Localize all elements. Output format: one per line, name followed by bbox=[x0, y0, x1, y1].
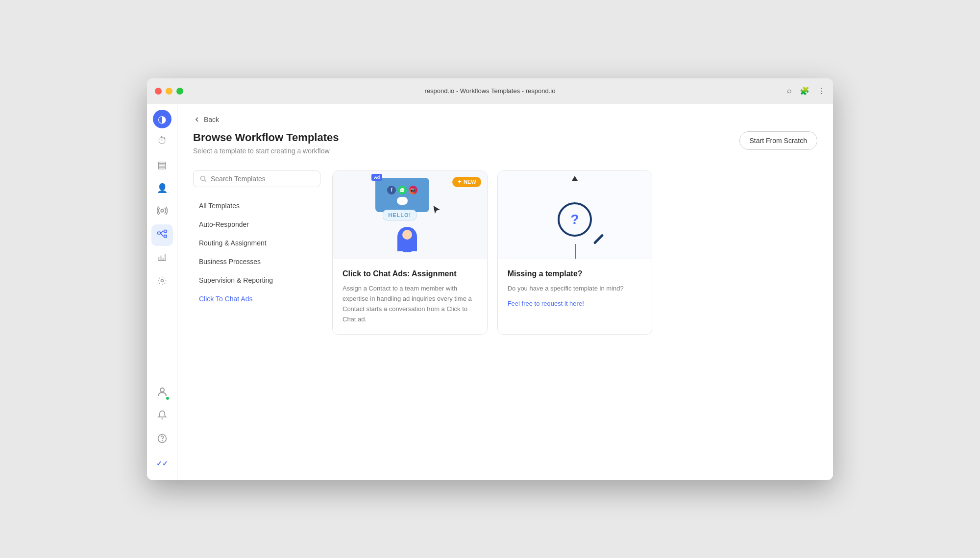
svg-point-17 bbox=[402, 230, 412, 240]
fb-icon: f bbox=[387, 186, 396, 194]
svg-point-15 bbox=[201, 176, 205, 181]
ig-icon: 📷 bbox=[409, 186, 417, 194]
sidebar-item-notifications[interactable] bbox=[151, 406, 173, 427]
tasks-icon: ✓✓ bbox=[156, 460, 168, 467]
chat-bubble: ··· bbox=[397, 197, 408, 205]
brand-logo[interactable]: ◑ bbox=[153, 110, 172, 128]
triangle-icon bbox=[572, 176, 578, 181]
svg-line-16 bbox=[204, 180, 206, 181]
new-badge-label: NEW bbox=[464, 179, 476, 185]
page-header-left: Browse Workflow Templates Select a templ… bbox=[193, 131, 339, 155]
ad-label: Ad bbox=[371, 174, 382, 181]
sidebar: ◑ ⏱ ▤ 👤 bbox=[147, 104, 177, 480]
template-cards: ✦ NEW Ad f bbox=[332, 170, 817, 335]
svg-point-12 bbox=[160, 388, 164, 392]
broadcast-icon bbox=[157, 205, 168, 218]
card-body-click-to-chat: Click to Chat Ads: Assignment Assign a C… bbox=[333, 259, 487, 335]
card-question-text: Do you have a specific template in mind? bbox=[508, 284, 642, 294]
svg-rect-18 bbox=[400, 241, 414, 252]
sidebar-item-settings[interactable] bbox=[151, 271, 173, 293]
content-area: Back Browse Workflow Templates Select a … bbox=[177, 104, 833, 480]
settings-icon bbox=[157, 276, 167, 288]
ad-icons: f 📷 bbox=[387, 186, 417, 194]
card-image-click-to-chat: ✦ NEW Ad f bbox=[333, 171, 487, 259]
agent-figure bbox=[397, 227, 417, 251]
nav-item-click-to-chat-ads[interactable]: Click To Chat Ads bbox=[193, 290, 320, 308]
browse-layout: All Templates Auto-Responder Routing & A… bbox=[193, 170, 817, 335]
minimize-button[interactable] bbox=[166, 88, 172, 95]
search-icon bbox=[199, 175, 207, 182]
card-body-missing: Missing a template? Do you have a specif… bbox=[498, 259, 652, 318]
main-layout: ◑ ⏱ ▤ 👤 bbox=[147, 104, 833, 480]
page-title: Browse Workflow Templates bbox=[193, 131, 339, 144]
back-label: Back bbox=[204, 116, 219, 123]
contacts-icon: 👤 bbox=[157, 183, 168, 194]
svg-rect-2 bbox=[164, 230, 167, 233]
maximize-button[interactable] bbox=[176, 88, 183, 95]
card-title-missing: Missing a template? bbox=[508, 269, 642, 279]
close-button[interactable] bbox=[155, 88, 162, 95]
nav-item-auto-responder[interactable]: Auto-Responder bbox=[193, 216, 320, 233]
hello-bubble: HELLO! bbox=[383, 210, 416, 220]
nav-item-all-templates[interactable]: All Templates bbox=[193, 197, 320, 215]
search-illustration: ? bbox=[536, 183, 614, 246]
sidebar-top: ◑ ⏱ ▤ 👤 bbox=[151, 110, 173, 382]
sidebar-item-inbox[interactable]: ▤ bbox=[151, 154, 173, 175]
svg-point-0 bbox=[161, 209, 164, 212]
nav-item-business-processes[interactable]: Business Processes bbox=[193, 253, 320, 270]
sidebar-item-workflows[interactable] bbox=[151, 224, 173, 246]
help-icon bbox=[157, 434, 167, 446]
back-arrow-icon bbox=[193, 116, 201, 123]
sidebar-bottom: ✓✓ bbox=[151, 382, 173, 474]
sidebar-item-dashboard[interactable]: ⏱ bbox=[151, 130, 173, 152]
window-title: respond.io - Workflows Templates - respo… bbox=[425, 87, 556, 95]
sidebar-item-help[interactable] bbox=[151, 429, 173, 451]
sidebar-item-contacts[interactable]: 👤 bbox=[151, 177, 173, 199]
svg-line-5 bbox=[160, 233, 163, 236]
browser-search-icon[interactable]: ⌕ bbox=[787, 86, 792, 96]
wa-icon bbox=[398, 186, 407, 194]
ad-box: Ad f 📷 ··· bbox=[375, 178, 429, 212]
new-badge-icon: ✦ bbox=[457, 179, 462, 185]
window-controls bbox=[155, 88, 183, 95]
sidebar-item-avatar[interactable] bbox=[151, 382, 173, 404]
card-title-click-to-chat: Click to Chat Ads: Assignment bbox=[343, 269, 477, 279]
browser-actions: ⌕ 🧩 ⋮ bbox=[787, 86, 825, 96]
request-link[interactable]: Feel free to request it here! bbox=[508, 300, 584, 307]
sidebar-item-tasks[interactable]: ✓✓ bbox=[151, 453, 173, 474]
question-mark: ? bbox=[570, 212, 579, 227]
sidebar-item-reports[interactable] bbox=[151, 248, 173, 269]
template-card-click-to-chat[interactable]: ✦ NEW Ad f bbox=[332, 170, 488, 335]
search-box[interactable] bbox=[193, 170, 320, 187]
svg-rect-3 bbox=[164, 235, 167, 238]
inbox-icon: ▤ bbox=[157, 159, 167, 170]
ad-illustration: Ad f 📷 ··· bbox=[370, 178, 449, 251]
start-from-scratch-button[interactable]: Start From Scratch bbox=[739, 131, 817, 150]
title-bar: respond.io - Workflows Templates - respo… bbox=[147, 78, 833, 104]
card-image-missing: ? bbox=[498, 171, 652, 259]
notifications-icon bbox=[157, 410, 167, 422]
search-input[interactable] bbox=[211, 175, 314, 183]
vertical-line bbox=[575, 244, 576, 259]
card-desc-click-to-chat: Assign a Contact to a team member with e… bbox=[343, 284, 477, 324]
page-subtitle: Select a template to start creating a wo… bbox=[193, 147, 339, 155]
svg-point-14 bbox=[162, 440, 162, 441]
dashboard-icon: ⏱ bbox=[157, 135, 167, 146]
sidebar-item-broadcast[interactable] bbox=[151, 201, 173, 222]
new-badge: ✦ NEW bbox=[452, 177, 481, 187]
menu-icon[interactable]: ⋮ bbox=[817, 86, 825, 96]
extensions-icon[interactable]: 🧩 bbox=[800, 86, 809, 96]
back-link[interactable]: Back bbox=[193, 116, 219, 123]
magnifier-glass: ? bbox=[558, 202, 592, 237]
nav-item-routing-assignment[interactable]: Routing & Assignment bbox=[193, 234, 320, 252]
template-card-missing[interactable]: ? Missing a template? Do you have a spec… bbox=[497, 170, 653, 335]
page-header: Browse Workflow Templates Select a templ… bbox=[193, 131, 817, 155]
cursor-icon bbox=[432, 205, 441, 217]
magnifier-handle bbox=[593, 234, 604, 244]
workflows-icon bbox=[157, 228, 168, 242]
svg-point-11 bbox=[161, 280, 163, 282]
template-nav: All Templates Auto-Responder Routing & A… bbox=[193, 170, 320, 335]
nav-item-supervision-reporting[interactable]: Supervision & Reporting bbox=[193, 271, 320, 289]
online-dot bbox=[165, 396, 170, 401]
reports-icon bbox=[157, 252, 167, 265]
